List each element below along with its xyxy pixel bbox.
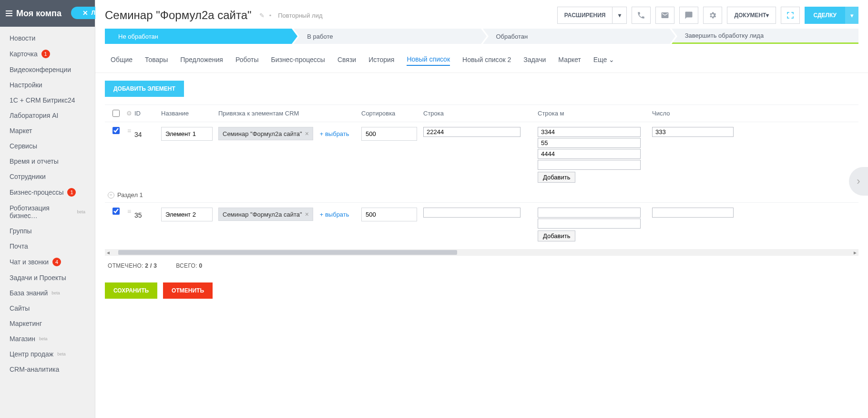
chat-icon[interactable]: [679, 7, 698, 24]
col-crm[interactable]: Привязка к элементам CRM: [218, 110, 361, 117]
sidebar-item-video[interactable]: Видеоконференции: [0, 62, 95, 77]
sidebar-item-groups[interactable]: Группы: [0, 223, 95, 239]
strm-input[interactable]: [538, 160, 641, 170]
tab-offers[interactable]: Предложения: [180, 56, 223, 65]
sidebar-item-chat[interactable]: Чат и звонки4: [0, 254, 95, 270]
footer-info: ОТМЕЧЕНО: 2 / 3 ВСЕГО: 0: [105, 256, 858, 276]
horizontal-scrollbar[interactable]: ◄ ►: [105, 249, 858, 256]
sidebar: Моя компа ✕ лид Новости Карточка1 Видеок…: [0, 0, 95, 418]
sidebar-item-time[interactable]: Время и отчеты: [0, 154, 95, 169]
tab-bp[interactable]: Бизнес-процессы: [271, 56, 325, 65]
document-button[interactable]: ДОКУМЕНТ ▾: [727, 7, 776, 24]
sidebar-item-sites[interactable]: Сайты: [0, 301, 95, 316]
tab-more[interactable]: Еще ⌄: [593, 56, 615, 65]
sidebar-item-market[interactable]: Маркет: [0, 123, 95, 138]
crm-tag: Семинар "Формул2а сайта" ×: [218, 127, 313, 140]
tab-links[interactable]: Связи: [337, 56, 356, 65]
add-element-button[interactable]: ДОБАВИТЬ ЭЛЕМЕНТ: [105, 81, 184, 97]
section-header[interactable]: − Раздел 1: [105, 188, 858, 202]
col-strm[interactable]: Строка м: [538, 110, 652, 117]
row-checkbox[interactable]: [112, 127, 120, 134]
add-strm-button[interactable]: Добавить: [538, 230, 575, 241]
num-input[interactable]: [652, 208, 734, 218]
tab-general[interactable]: Общие: [111, 56, 133, 65]
cancel-button[interactable]: ОТМЕНИТЬ: [163, 282, 213, 299]
topbar: Семинар "Формул2а сайта" ✎ • Повторный л…: [95, 0, 868, 29]
sidebar-item-services[interactable]: Сервисы: [0, 138, 95, 154]
strm-input[interactable]: [538, 149, 641, 159]
badge: 4: [52, 258, 61, 266]
page-title: Семинар "Формул2а сайта": [105, 9, 252, 22]
col-id[interactable]: ID: [134, 110, 161, 117]
sidebar-item-shop[interactable]: Магазинbeta: [0, 331, 95, 346]
fullscreen-icon[interactable]: [781, 7, 800, 24]
col-name[interactable]: Название: [161, 110, 218, 117]
hamburger-icon[interactable]: [6, 10, 12, 16]
deal-dropdown[interactable]: ▾: [845, 7, 858, 24]
sidebar-item-card[interactable]: Карточка1: [0, 46, 95, 62]
extensions-dropdown[interactable]: ▾: [613, 7, 627, 24]
status-finish[interactable]: Завершить обработку лида: [672, 29, 858, 44]
sidebar-item-settings[interactable]: Настройки: [0, 77, 95, 93]
str-input[interactable]: [423, 127, 521, 137]
strm-input[interactable]: [538, 138, 641, 148]
status-processed[interactable]: Обработан: [483, 29, 670, 44]
sort-input[interactable]: [361, 208, 417, 221]
row-checkbox[interactable]: [112, 208, 120, 215]
status-not-processed[interactable]: Не обработан: [105, 29, 292, 44]
tab-tasks[interactable]: Задачи: [523, 56, 546, 65]
name-input[interactable]: [161, 127, 213, 141]
close-icon[interactable]: ✕: [82, 9, 88, 17]
tab-history[interactable]: История: [368, 56, 394, 65]
deal-button[interactable]: СДЕЛКУ: [805, 7, 845, 24]
sidebar-item-kb[interactable]: База знанийbeta: [0, 285, 95, 301]
mail-icon[interactable]: [655, 7, 674, 24]
sidebar-item-robot[interactable]: Роботизация бизнес…beta: [0, 200, 95, 223]
strm-input[interactable]: [538, 127, 641, 137]
num-input[interactable]: [652, 127, 734, 137]
phone-icon[interactable]: [632, 7, 651, 24]
save-button[interactable]: СОХРАНИТЬ: [105, 282, 157, 299]
status-bar: Не обработан В работе Обработан Завершит…: [95, 29, 868, 49]
col-str[interactable]: Строка: [423, 110, 538, 117]
tab-newlist2[interactable]: Новый список 2: [462, 56, 511, 65]
tab-robots[interactable]: Роботы: [235, 56, 258, 65]
tab-market[interactable]: Маркет: [558, 56, 581, 65]
add-strm-button[interactable]: Добавить: [538, 172, 575, 183]
strm-input[interactable]: [538, 219, 641, 229]
strm-input[interactable]: [538, 208, 641, 218]
sidebar-item-employees[interactable]: Сотрудники: [0, 169, 95, 184]
tab-newlist[interactable]: Новый список: [407, 55, 450, 66]
gear-icon[interactable]: ⚙: [124, 110, 134, 117]
str-input[interactable]: [423, 208, 521, 218]
sidebar-item-bp[interactable]: Бизнес-процессы1: [0, 184, 95, 200]
tab-products[interactable]: Товары: [145, 56, 168, 65]
sidebar-item-ai[interactable]: Лаборатория AI: [0, 108, 95, 123]
col-num[interactable]: Число: [652, 110, 738, 117]
sidebar-item-crma[interactable]: CRM-аналитика: [0, 362, 95, 377]
gear-icon[interactable]: [703, 7, 722, 24]
status-in-work[interactable]: В работе: [294, 29, 480, 44]
close-icon[interactable]: ×: [305, 210, 309, 218]
sort-input[interactable]: [361, 127, 417, 141]
sidebar-item-news[interactable]: Новости: [0, 31, 95, 46]
col-sort[interactable]: Сортировка: [361, 110, 423, 117]
sidebar-item-tasks[interactable]: Задачи и Проекты: [0, 270, 95, 285]
content: ДОБАВИТЬ ЭЛЕМЕНТ ⚙ ID Название Привязка …: [95, 73, 868, 418]
choose-link[interactable]: выбрать: [320, 130, 349, 137]
sidebar-item-sales[interactable]: Центр продажbeta: [0, 346, 95, 362]
pencil-icon[interactable]: ✎: [259, 12, 265, 19]
collapse-icon[interactable]: −: [108, 192, 114, 199]
badge: 1: [41, 50, 50, 58]
choose-link[interactable]: выбрать: [320, 211, 349, 218]
select-all-checkbox[interactable]: [112, 110, 120, 117]
drag-icon[interactable]: ≡: [124, 127, 134, 135]
sidebar-item-marketing[interactable]: Маркетинг: [0, 316, 95, 331]
drag-icon[interactable]: ≡: [124, 208, 134, 215]
sidebar-item-1c[interactable]: 1С + CRM Битрикс24: [0, 93, 95, 108]
sidebar-item-mail[interactable]: Почта: [0, 239, 95, 254]
extensions-button[interactable]: РАСШИРЕНИЯ: [557, 7, 613, 24]
name-input[interactable]: [161, 208, 213, 221]
close-icon[interactable]: ×: [305, 130, 309, 137]
scrollbar-thumb[interactable]: [118, 250, 457, 255]
